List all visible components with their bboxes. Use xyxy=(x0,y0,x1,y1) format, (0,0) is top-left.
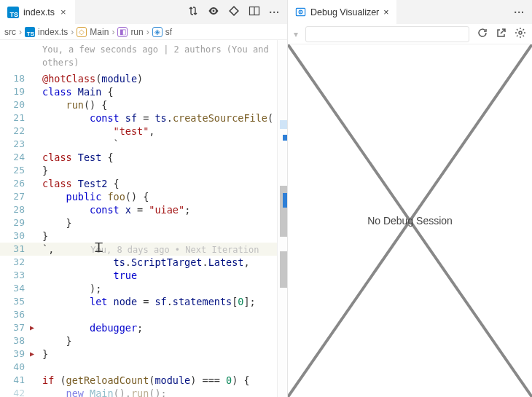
fold-marker-icon[interactable]: ▶ xyxy=(30,347,34,361)
right-tabbar: Debug Visualizer × ··· xyxy=(288,0,532,24)
compare-changes-icon[interactable] xyxy=(187,5,199,20)
code-editor[interactable]: You, a few seconds ago | 2 authors (You … xyxy=(0,40,287,397)
code-line[interactable]: } xyxy=(42,216,287,229)
line-number: 32 xyxy=(0,256,29,269)
empty-state-text: No Debug Session xyxy=(367,215,453,227)
line-number: 29 xyxy=(0,216,29,229)
code-line[interactable]: } xyxy=(42,334,287,347)
tab-debug-visualizer[interactable]: Debug Visualizer × xyxy=(288,0,396,24)
code-line[interactable]: public foo() { xyxy=(42,190,287,203)
code-line[interactable]: ` xyxy=(42,138,287,151)
text-cursor-icon: Ꮖ xyxy=(95,241,103,254)
code-line[interactable]: ts.ScriptTarget.Latest, xyxy=(42,256,287,269)
line-number: 41 xyxy=(0,374,29,387)
code-line[interactable]: class Test { xyxy=(42,151,287,164)
line-number: 38 xyxy=(0,334,29,347)
svg-point-0 xyxy=(213,9,215,12)
editor-tabbar: TS index.ts × ··· xyxy=(0,0,287,24)
gitlens-inline-blame: You, 8 days ago • Next Iteration xyxy=(90,245,259,255)
settings-icon[interactable] xyxy=(515,27,526,42)
line-number: 31 xyxy=(0,243,29,256)
line-number: 24 xyxy=(0,151,29,164)
method-symbol-icon: ◧ xyxy=(117,27,128,37)
editor-pane: TS index.ts × ··· src › TS index.ts › ◇ … xyxy=(0,0,288,397)
preview-icon[interactable] xyxy=(208,5,219,20)
minimap[interactable] xyxy=(277,40,287,397)
chevron-right-icon: › xyxy=(112,27,114,37)
line-number: 23 xyxy=(0,138,29,151)
typescript-file-icon: TS xyxy=(25,27,35,37)
line-number: 25 xyxy=(0,164,29,177)
typescript-file-icon: TS xyxy=(7,7,19,18)
breadcrumb-folder[interactable]: src xyxy=(4,27,16,37)
line-number: 35 xyxy=(0,295,29,308)
line-number: 26 xyxy=(0,177,29,190)
tab-label: index.ts xyxy=(23,7,55,17)
variable-symbol-icon: ◈ xyxy=(152,27,163,37)
code-line[interactable]: let node = sf.statements[0]; xyxy=(42,295,287,308)
code-line[interactable]: @hotClass(module) xyxy=(42,72,287,85)
popout-icon[interactable] xyxy=(496,27,507,42)
code-line[interactable]: const sf = ts.createSourceFile( xyxy=(42,111,287,125)
code-line[interactable]: "test", xyxy=(42,125,287,138)
svg-point-6 xyxy=(519,31,522,34)
debug-visualizer-pane: Debug Visualizer × ··· ▾ No Debug Sessio… xyxy=(288,0,532,397)
breadcrumb-method[interactable]: run xyxy=(130,27,143,37)
code-line[interactable]: class Main { xyxy=(42,85,287,98)
chevron-right-icon: › xyxy=(19,27,22,37)
code-line[interactable]: run() { xyxy=(42,98,287,111)
code-line[interactable]: `,You, 8 days ago • Next IterationᏆ xyxy=(42,243,287,256)
breadcrumb-variable[interactable]: sf xyxy=(165,27,172,37)
breadcrumb-file[interactable]: index.ts xyxy=(38,27,68,37)
breadcrumb-class[interactable]: Main xyxy=(90,27,109,37)
line-number: 37 xyxy=(0,321,29,334)
gitlens-blame-header: You, a few seconds ago | 2 authors (You … xyxy=(0,40,287,72)
code-line[interactable]: new Main().run(); xyxy=(42,387,287,397)
line-number: 33 xyxy=(0,269,29,282)
line-number: 18 xyxy=(0,72,29,85)
code-line[interactable]: } xyxy=(42,164,287,177)
visualizer-body: No Debug Session xyxy=(288,44,532,397)
code-line[interactable]: if (getReloadCount(module) === 0) { xyxy=(42,374,287,387)
code-line[interactable]: ); xyxy=(42,282,287,295)
refresh-icon[interactable] xyxy=(477,27,488,42)
line-number: 36 xyxy=(0,308,29,321)
tab-index-ts[interactable]: TS index.ts × xyxy=(0,0,75,24)
expression-input[interactable] xyxy=(305,26,469,42)
line-number: 30 xyxy=(0,229,29,243)
chevron-right-icon: › xyxy=(146,27,149,37)
line-number: 20 xyxy=(0,98,29,111)
close-icon[interactable]: × xyxy=(383,7,388,17)
line-number: 34 xyxy=(0,282,29,295)
line-number: 28 xyxy=(0,203,29,216)
code-line[interactable]: class Test2 { xyxy=(42,177,287,190)
breadcrumbs[interactable]: src › TS index.ts › ◇ Main › ◧ run › ◈ s… xyxy=(0,24,287,40)
line-number: 27 xyxy=(0,190,29,203)
split-editor-icon[interactable] xyxy=(249,5,260,20)
chevron-left-icon[interactable]: ▾ xyxy=(294,29,298,39)
line-number: 40 xyxy=(0,361,29,374)
code-line[interactable]: } xyxy=(42,229,287,243)
chevron-right-icon: › xyxy=(71,27,74,37)
line-number: 21 xyxy=(0,111,29,125)
code-line[interactable]: true xyxy=(42,269,287,282)
line-number: 42 xyxy=(0,387,29,397)
code-line[interactable]: const x = "uiae"; xyxy=(42,203,287,216)
fold-marker-icon[interactable]: ▶ xyxy=(30,321,34,334)
line-number: 39 xyxy=(0,347,29,361)
more-actions-icon[interactable]: ··· xyxy=(269,7,280,18)
svg-point-5 xyxy=(300,12,302,13)
line-number: 22 xyxy=(0,125,29,138)
run-icon[interactable] xyxy=(228,5,240,20)
code-line[interactable]: } xyxy=(42,347,287,361)
preview-icon xyxy=(295,7,306,17)
line-number: 19 xyxy=(0,85,29,98)
close-icon[interactable]: × xyxy=(59,7,68,17)
editor-actions: ··· xyxy=(180,0,287,24)
more-actions-icon[interactable]: ··· xyxy=(514,7,525,18)
class-symbol-icon: ◇ xyxy=(77,27,87,37)
tab-label: Debug Visualizer xyxy=(310,7,379,17)
visualizer-toolbar: ▾ xyxy=(288,24,532,44)
code-line[interactable]: debugger; xyxy=(42,321,287,334)
